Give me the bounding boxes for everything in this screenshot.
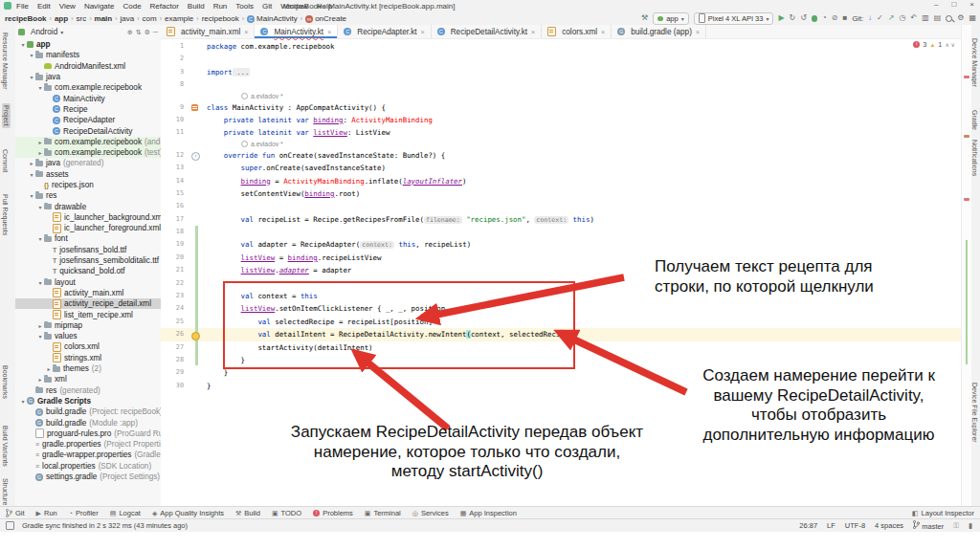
- toolwindow-button-app-inspection[interactable]: ▦App Inspection: [455, 509, 523, 517]
- breadcrumb-item-com[interactable]: com: [143, 14, 157, 23]
- gutter[interactable]: [189, 53, 201, 65]
- line-number[interactable]: 13: [161, 162, 189, 174]
- tree-item[interactable]: ▾layout: [15, 277, 161, 288]
- tree-item[interactable]: ▾java: [15, 72, 161, 82]
- editor-tab[interactable]: Gbuild.gradle (app)×: [612, 25, 706, 38]
- profiler-button[interactable]: ◔: [822, 12, 827, 24]
- layout-icon[interactable]: ▦: [969, 12, 976, 24]
- git-branch[interactable]: master: [913, 520, 944, 531]
- inspections-widget[interactable]: ! 3 ▲ 1 ∧ ∨: [911, 40, 957, 49]
- prev-next-inspection[interactable]: ∧ ∨: [946, 41, 955, 48]
- code-line[interactable]: 14 binding = ActivityMainBinding.inflate…: [161, 175, 961, 187]
- tool-strip-device-file-explorer[interactable]: Device File Explorer: [971, 383, 978, 443]
- menu-file[interactable]: File: [16, 2, 29, 11]
- tree-item[interactable]: ic_launcher_background.xml: [15, 212, 161, 223]
- tree-item[interactable]: res(generated): [15, 385, 161, 396]
- maximize-button[interactable]: □: [951, 0, 956, 9]
- code-line[interactable]: 28 }: [161, 354, 961, 366]
- tree-item[interactable]: proguard-rules.pro(ProGuard Rules for ":…: [15, 428, 161, 439]
- git-update-button[interactable]: ↓: [868, 12, 872, 24]
- attach-debugger-button[interactable]: ⊘: [832, 12, 838, 24]
- gutter[interactable]: [189, 175, 201, 187]
- line-number[interactable]: 18: [161, 226, 189, 238]
- gutter[interactable]: [189, 66, 201, 78]
- tree-item[interactable]: ▾font: [15, 233, 161, 244]
- menu-edit[interactable]: Edit: [37, 2, 51, 11]
- gutter[interactable]: [189, 238, 201, 251]
- tree-item[interactable]: Gbuild.gradle(Project: recipeBook): [15, 406, 161, 417]
- toolwindow-button-todo[interactable]: ▣TODO: [266, 509, 307, 517]
- toolwindow-button-build[interactable]: ⚒Build: [230, 509, 266, 517]
- tool-window-switcher-icon[interactable]: [6, 521, 14, 530]
- code-line[interactable]: 26 val detailIntent = RecipeDetailActivi…: [161, 328, 961, 340]
- tree-item[interactable]: ▸com.example.recipebook(androidTest): [15, 137, 161, 147]
- toolwindow-button-profiler[interactable]: ◔Profiler: [63, 509, 104, 517]
- code-line[interactable]: 16: [161, 200, 961, 212]
- tree-item[interactable]: strings.xml: [15, 353, 161, 363]
- tree-item[interactable]: ▸com.example.recipebook(test): [15, 147, 161, 158]
- code-line[interactable]: 27 startActivity(detailIntent): [161, 341, 961, 354]
- encoding[interactable]: UTF-8: [845, 521, 865, 530]
- override-gutter-icon[interactable]: ↑: [191, 152, 200, 161]
- breadcrumb-item-src[interactable]: src: [77, 14, 87, 23]
- code-line[interactable]: 20 listView = binding.recipeListView: [161, 252, 961, 264]
- gutter[interactable]: [189, 101, 201, 114]
- gutter[interactable]: [189, 354, 201, 366]
- lock-icon[interactable]: ⚿: [953, 521, 959, 531]
- tree-item[interactable]: ≡gradle-wrapper.properties(Gradle Versio…: [15, 450, 161, 460]
- tree-item[interactable]: ic_launcher_foreground.xml(v24): [15, 223, 161, 233]
- tree-item[interactable]: ▾com.example.recipebook: [15, 82, 161, 93]
- history-button[interactable]: ◷: [899, 12, 905, 24]
- code-line[interactable]: 15 setContentView(binding.root): [161, 187, 961, 200]
- toolwindow-button-problems[interactable]: !Problems: [307, 509, 359, 517]
- gutter[interactable]: [189, 328, 201, 340]
- tool-strip-structure[interactable]: Structure: [2, 478, 9, 505]
- code-line[interactable]: 8: [161, 78, 961, 91]
- tree-item[interactable]: activity_main.xml: [15, 288, 161, 298]
- line-number[interactable]: 26: [161, 328, 189, 340]
- code-line[interactable]: 2: [161, 53, 961, 65]
- tab-close-icon[interactable]: ×: [696, 29, 700, 35]
- gutter[interactable]: [189, 114, 201, 126]
- code-editor[interactable]: 1package com.example.recipebook23import …: [161, 38, 961, 507]
- menu-build[interactable]: Build: [188, 2, 205, 11]
- line-number[interactable]: 25: [161, 316, 189, 328]
- tool-strip-commit[interactable]: Commit: [2, 149, 9, 172]
- tree-item[interactable]: CRecipe: [15, 104, 161, 115]
- code-line[interactable]: 23 val context = this: [161, 290, 961, 302]
- line-number[interactable]: 22: [161, 277, 189, 290]
- code-line[interactable]: 17 val recipeList = Recipe.getRecipesFro…: [161, 213, 961, 226]
- code-line[interactable]: 30}: [161, 380, 961, 392]
- tree-item[interactable]: ▾drawable: [15, 201, 161, 211]
- toolwindow-button-services[interactable]: ◎Services: [407, 509, 455, 517]
- line-number[interactable]: 14: [161, 175, 189, 187]
- android-manifest-gutter-icon[interactable]: [191, 104, 198, 111]
- code-line[interactable]: 18: [161, 226, 961, 238]
- hide-panel-icon[interactable]: ─: [153, 29, 158, 35]
- tree-item[interactable]: CMainActivity: [15, 93, 161, 103]
- tree-item[interactable]: Tjosefinsans_bold.ttf: [15, 245, 161, 255]
- collapse-all-icon[interactable]: ⇅: [136, 29, 142, 36]
- undo-button[interactable]: ↶: [910, 12, 917, 24]
- breadcrumb-item-recipebook[interactable]: recipebook: [202, 14, 239, 23]
- gutter[interactable]: [189, 78, 201, 91]
- line-number[interactable]: 2: [161, 53, 189, 65]
- tree-item[interactable]: ▾app: [15, 39, 161, 50]
- tab-close-icon[interactable]: ×: [244, 29, 248, 35]
- gutter[interactable]: [189, 380, 201, 392]
- menu-view[interactable]: View: [59, 2, 76, 11]
- gutter[interactable]: [189, 226, 201, 238]
- tree-item[interactable]: ▾manifests: [15, 50, 161, 60]
- apply-changes-button[interactable]: ↻: [790, 12, 796, 24]
- tree-item[interactable]: colors.xml: [15, 341, 161, 352]
- gutter[interactable]: [189, 366, 201, 379]
- line-number[interactable]: 10: [161, 114, 189, 126]
- run-button[interactable]: ▶: [778, 12, 784, 24]
- memory-indicator-icon[interactable]: ▮: [969, 521, 972, 530]
- tab-close-icon[interactable]: ×: [601, 29, 605, 35]
- code-line[interactable]: 10 private lateinit var binding: Activit…: [161, 114, 961, 126]
- error-stripe-mark[interactable]: [964, 76, 969, 78]
- gutter[interactable]: [189, 40, 201, 53]
- gutter[interactable]: [189, 277, 201, 290]
- gutter[interactable]: [189, 316, 201, 328]
